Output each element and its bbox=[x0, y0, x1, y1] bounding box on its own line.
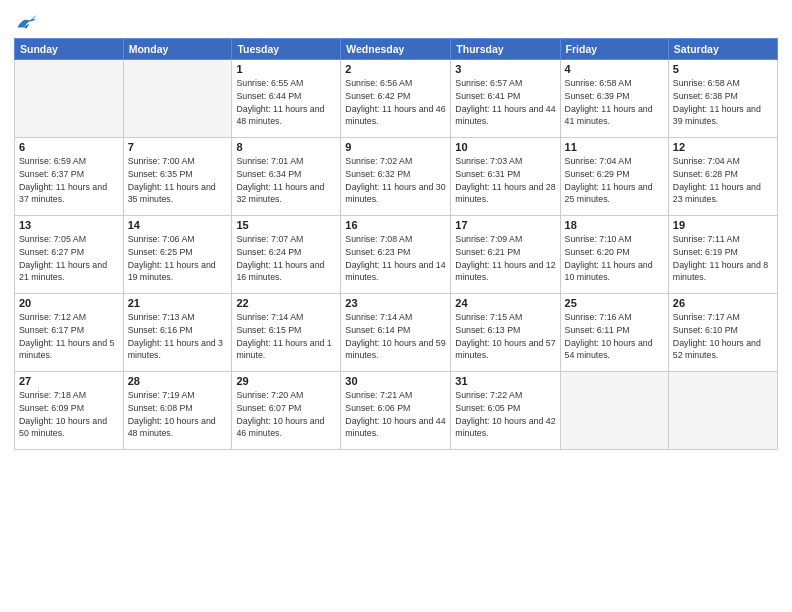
day-number: 11 bbox=[565, 141, 664, 153]
day-number: 13 bbox=[19, 219, 119, 231]
day-number: 17 bbox=[455, 219, 555, 231]
day-number: 2 bbox=[345, 63, 446, 75]
calendar-table: SundayMondayTuesdayWednesdayThursdayFrid… bbox=[14, 38, 778, 450]
day-number: 15 bbox=[236, 219, 336, 231]
calendar-cell: 24Sunrise: 7:15 AM Sunset: 6:13 PM Dayli… bbox=[451, 294, 560, 372]
logo bbox=[14, 14, 38, 32]
calendar-cell: 26Sunrise: 7:17 AM Sunset: 6:10 PM Dayli… bbox=[668, 294, 777, 372]
week-row-2: 6Sunrise: 6:59 AM Sunset: 6:37 PM Daylig… bbox=[15, 138, 778, 216]
day-number: 10 bbox=[455, 141, 555, 153]
calendar-cell: 17Sunrise: 7:09 AM Sunset: 6:21 PM Dayli… bbox=[451, 216, 560, 294]
header bbox=[14, 10, 778, 32]
calendar-cell: 4Sunrise: 6:58 AM Sunset: 6:39 PM Daylig… bbox=[560, 60, 668, 138]
day-info: Sunrise: 7:09 AM Sunset: 6:21 PM Dayligh… bbox=[455, 233, 555, 284]
day-info: Sunrise: 7:12 AM Sunset: 6:17 PM Dayligh… bbox=[19, 311, 119, 362]
day-number: 9 bbox=[345, 141, 446, 153]
day-number: 23 bbox=[345, 297, 446, 309]
calendar-cell: 22Sunrise: 7:14 AM Sunset: 6:15 PM Dayli… bbox=[232, 294, 341, 372]
day-info: Sunrise: 7:10 AM Sunset: 6:20 PM Dayligh… bbox=[565, 233, 664, 284]
day-info: Sunrise: 6:56 AM Sunset: 6:42 PM Dayligh… bbox=[345, 77, 446, 128]
day-info: Sunrise: 7:22 AM Sunset: 6:05 PM Dayligh… bbox=[455, 389, 555, 440]
weekday-header-sunday: Sunday bbox=[15, 39, 124, 60]
day-info: Sunrise: 7:15 AM Sunset: 6:13 PM Dayligh… bbox=[455, 311, 555, 362]
calendar-cell: 9Sunrise: 7:02 AM Sunset: 6:32 PM Daylig… bbox=[341, 138, 451, 216]
day-number: 31 bbox=[455, 375, 555, 387]
day-number: 24 bbox=[455, 297, 555, 309]
day-info: Sunrise: 7:14 AM Sunset: 6:15 PM Dayligh… bbox=[236, 311, 336, 362]
calendar-cell bbox=[15, 60, 124, 138]
calendar-cell: 18Sunrise: 7:10 AM Sunset: 6:20 PM Dayli… bbox=[560, 216, 668, 294]
day-info: Sunrise: 7:11 AM Sunset: 6:19 PM Dayligh… bbox=[673, 233, 773, 284]
day-info: Sunrise: 7:03 AM Sunset: 6:31 PM Dayligh… bbox=[455, 155, 555, 206]
day-number: 19 bbox=[673, 219, 773, 231]
day-info: Sunrise: 7:04 AM Sunset: 6:28 PM Dayligh… bbox=[673, 155, 773, 206]
day-number: 20 bbox=[19, 297, 119, 309]
weekday-header-monday: Monday bbox=[123, 39, 232, 60]
day-number: 27 bbox=[19, 375, 119, 387]
day-info: Sunrise: 6:57 AM Sunset: 6:41 PM Dayligh… bbox=[455, 77, 555, 128]
calendar-cell: 31Sunrise: 7:22 AM Sunset: 6:05 PM Dayli… bbox=[451, 372, 560, 450]
day-info: Sunrise: 6:58 AM Sunset: 6:38 PM Dayligh… bbox=[673, 77, 773, 128]
day-info: Sunrise: 7:01 AM Sunset: 6:34 PM Dayligh… bbox=[236, 155, 336, 206]
day-number: 14 bbox=[128, 219, 228, 231]
page-container: SundayMondayTuesdayWednesdayThursdayFrid… bbox=[0, 0, 792, 460]
day-info: Sunrise: 7:21 AM Sunset: 6:06 PM Dayligh… bbox=[345, 389, 446, 440]
day-number: 25 bbox=[565, 297, 664, 309]
calendar-cell: 14Sunrise: 7:06 AM Sunset: 6:25 PM Dayli… bbox=[123, 216, 232, 294]
week-row-1: 1Sunrise: 6:55 AM Sunset: 6:44 PM Daylig… bbox=[15, 60, 778, 138]
day-info: Sunrise: 7:08 AM Sunset: 6:23 PM Dayligh… bbox=[345, 233, 446, 284]
day-number: 22 bbox=[236, 297, 336, 309]
weekday-header-thursday: Thursday bbox=[451, 39, 560, 60]
calendar-cell: 23Sunrise: 7:14 AM Sunset: 6:14 PM Dayli… bbox=[341, 294, 451, 372]
calendar-cell: 27Sunrise: 7:18 AM Sunset: 6:09 PM Dayli… bbox=[15, 372, 124, 450]
day-info: Sunrise: 7:02 AM Sunset: 6:32 PM Dayligh… bbox=[345, 155, 446, 206]
calendar-cell: 16Sunrise: 7:08 AM Sunset: 6:23 PM Dayli… bbox=[341, 216, 451, 294]
calendar-cell: 11Sunrise: 7:04 AM Sunset: 6:29 PM Dayli… bbox=[560, 138, 668, 216]
day-info: Sunrise: 7:05 AM Sunset: 6:27 PM Dayligh… bbox=[19, 233, 119, 284]
day-info: Sunrise: 6:59 AM Sunset: 6:37 PM Dayligh… bbox=[19, 155, 119, 206]
calendar-cell: 6Sunrise: 6:59 AM Sunset: 6:37 PM Daylig… bbox=[15, 138, 124, 216]
day-info: Sunrise: 7:18 AM Sunset: 6:09 PM Dayligh… bbox=[19, 389, 119, 440]
calendar-cell: 28Sunrise: 7:19 AM Sunset: 6:08 PM Dayli… bbox=[123, 372, 232, 450]
calendar-cell: 29Sunrise: 7:20 AM Sunset: 6:07 PM Dayli… bbox=[232, 372, 341, 450]
calendar-cell: 10Sunrise: 7:03 AM Sunset: 6:31 PM Dayli… bbox=[451, 138, 560, 216]
weekday-header-friday: Friday bbox=[560, 39, 668, 60]
day-info: Sunrise: 7:13 AM Sunset: 6:16 PM Dayligh… bbox=[128, 311, 228, 362]
day-number: 30 bbox=[345, 375, 446, 387]
day-info: Sunrise: 6:55 AM Sunset: 6:44 PM Dayligh… bbox=[236, 77, 336, 128]
day-info: Sunrise: 7:07 AM Sunset: 6:24 PM Dayligh… bbox=[236, 233, 336, 284]
week-row-4: 20Sunrise: 7:12 AM Sunset: 6:17 PM Dayli… bbox=[15, 294, 778, 372]
day-number: 1 bbox=[236, 63, 336, 75]
day-info: Sunrise: 7:04 AM Sunset: 6:29 PM Dayligh… bbox=[565, 155, 664, 206]
day-number: 29 bbox=[236, 375, 336, 387]
calendar-cell: 3Sunrise: 6:57 AM Sunset: 6:41 PM Daylig… bbox=[451, 60, 560, 138]
calendar-cell: 19Sunrise: 7:11 AM Sunset: 6:19 PM Dayli… bbox=[668, 216, 777, 294]
calendar-cell: 21Sunrise: 7:13 AM Sunset: 6:16 PM Dayli… bbox=[123, 294, 232, 372]
calendar-cell bbox=[668, 372, 777, 450]
calendar-cell: 2Sunrise: 6:56 AM Sunset: 6:42 PM Daylig… bbox=[341, 60, 451, 138]
calendar-cell: 15Sunrise: 7:07 AM Sunset: 6:24 PM Dayli… bbox=[232, 216, 341, 294]
day-number: 12 bbox=[673, 141, 773, 153]
weekday-header-row: SundayMondayTuesdayWednesdayThursdayFrid… bbox=[15, 39, 778, 60]
day-number: 28 bbox=[128, 375, 228, 387]
calendar-cell: 7Sunrise: 7:00 AM Sunset: 6:35 PM Daylig… bbox=[123, 138, 232, 216]
day-number: 6 bbox=[19, 141, 119, 153]
day-number: 18 bbox=[565, 219, 664, 231]
day-number: 5 bbox=[673, 63, 773, 75]
day-info: Sunrise: 7:19 AM Sunset: 6:08 PM Dayligh… bbox=[128, 389, 228, 440]
weekday-header-tuesday: Tuesday bbox=[232, 39, 341, 60]
weekday-header-wednesday: Wednesday bbox=[341, 39, 451, 60]
day-info: Sunrise: 7:17 AM Sunset: 6:10 PM Dayligh… bbox=[673, 311, 773, 362]
day-number: 16 bbox=[345, 219, 446, 231]
day-number: 7 bbox=[128, 141, 228, 153]
day-number: 4 bbox=[565, 63, 664, 75]
calendar-cell: 20Sunrise: 7:12 AM Sunset: 6:17 PM Dayli… bbox=[15, 294, 124, 372]
day-number: 21 bbox=[128, 297, 228, 309]
calendar-cell: 1Sunrise: 6:55 AM Sunset: 6:44 PM Daylig… bbox=[232, 60, 341, 138]
week-row-3: 13Sunrise: 7:05 AM Sunset: 6:27 PM Dayli… bbox=[15, 216, 778, 294]
calendar-cell bbox=[560, 372, 668, 450]
day-info: Sunrise: 7:16 AM Sunset: 6:11 PM Dayligh… bbox=[565, 311, 664, 362]
day-info: Sunrise: 7:00 AM Sunset: 6:35 PM Dayligh… bbox=[128, 155, 228, 206]
calendar-cell: 30Sunrise: 7:21 AM Sunset: 6:06 PM Dayli… bbox=[341, 372, 451, 450]
day-info: Sunrise: 6:58 AM Sunset: 6:39 PM Dayligh… bbox=[565, 77, 664, 128]
